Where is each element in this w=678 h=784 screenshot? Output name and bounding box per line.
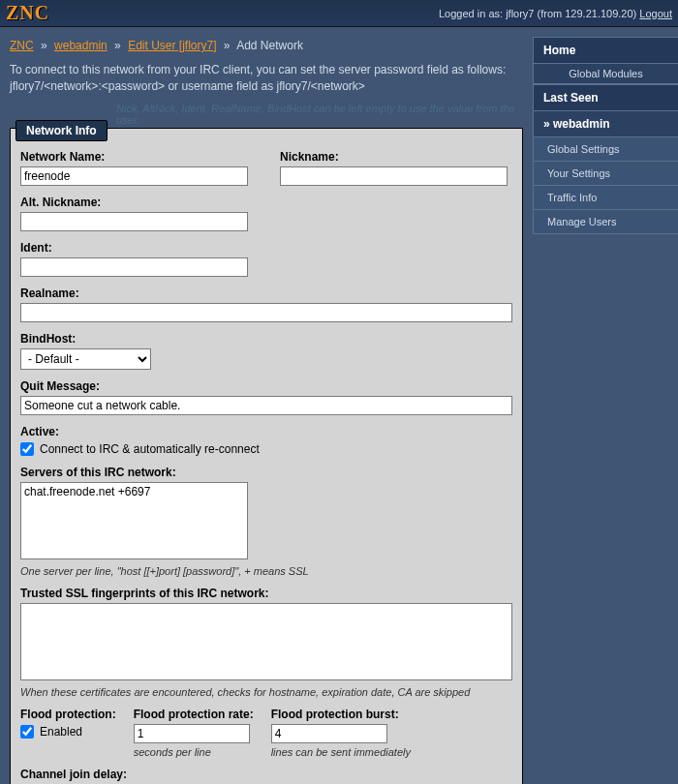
hint-trusted: When these certificates are encountered,… xyxy=(20,686,512,698)
label-ident: Ident: xyxy=(20,241,512,255)
breadcrumb: ZNC » webadmin » Edit User [jflory7] » A… xyxy=(10,39,523,52)
sidebar-item-your-settings[interactable]: Your Settings xyxy=(533,162,678,186)
sidebar-last-seen[interactable]: Last Seen xyxy=(533,84,678,111)
intro-text: To connect to this network from your IRC… xyxy=(10,62,523,95)
logout-link[interactable]: Logout xyxy=(639,8,672,19)
hint-flood-rate: seconds per line xyxy=(134,746,254,758)
label-bindhost: BindHost: xyxy=(20,332,512,346)
nickname-input[interactable] xyxy=(280,166,508,186)
sidebar-item-manage-users[interactable]: Manage Users xyxy=(533,210,678,234)
crumb-current: Add Network xyxy=(236,39,303,52)
label-flood-burst: Flood protection burst: xyxy=(271,708,411,721)
logo: ZNC xyxy=(6,2,49,24)
flood-burst-input[interactable] xyxy=(271,724,387,743)
sidebar: Home Global Modules Last Seen » webadmin… xyxy=(533,37,678,234)
flood-enabled-checkbox[interactable] xyxy=(20,725,34,739)
login-username: jflory7 xyxy=(506,8,534,19)
hint-flood-burst: lines can be sent immediately xyxy=(271,746,411,758)
login-prefix: Logged in as: xyxy=(439,8,506,19)
label-network-name: Network Name: xyxy=(20,150,253,164)
network-name-input[interactable] xyxy=(20,166,248,186)
sidebar-global-modules[interactable]: Global Modules xyxy=(533,64,678,84)
bindhost-select[interactable]: - Default - xyxy=(20,348,151,370)
sidebar-webadmin[interactable]: » webadmin xyxy=(533,111,678,137)
label-flood-prot: Flood protection: xyxy=(20,708,116,721)
crumb-sep: » xyxy=(224,39,231,52)
hint-top: Nick, AltNick, Ident, RealName, BindHost… xyxy=(116,103,523,126)
label-trusted: Trusted SSL fingerprints of this IRC net… xyxy=(20,587,512,600)
label-alt-nick: Alt. Nickname: xyxy=(20,196,512,209)
label-nickname: Nickname: xyxy=(280,150,512,164)
crumb-sep: » xyxy=(114,39,121,52)
label-realname: Realname: xyxy=(20,286,512,300)
label-servers: Servers of this IRC network: xyxy=(20,466,512,479)
sidebar-item-traffic-info[interactable]: Traffic Info xyxy=(533,186,678,210)
flood-rate-input[interactable] xyxy=(134,724,250,743)
label-quit: Quit Message: xyxy=(20,379,512,393)
alt-nick-input[interactable] xyxy=(20,212,248,231)
label-chan-delay: Channel join delay: xyxy=(20,768,512,781)
label-flood-rate: Flood protection rate: xyxy=(134,708,254,721)
active-checkbox-label: Connect to IRC & automatically re-connec… xyxy=(40,442,260,456)
login-info: Logged in as: jflory7 (from 129.21.109.2… xyxy=(439,8,672,19)
trusted-ssl-textarea[interactable] xyxy=(20,603,512,680)
login-ip: 129.21.109.20 xyxy=(565,8,632,19)
sidebar-item-global-settings[interactable]: Global Settings xyxy=(533,137,678,162)
servers-textarea[interactable]: chat.freenode.net +6697 xyxy=(20,482,248,559)
realname-input[interactable] xyxy=(20,303,512,322)
crumb-znc[interactable]: ZNC xyxy=(10,39,34,52)
network-info-fieldset: Network Name: Nickname: Alt. Nickname: I… xyxy=(10,128,523,784)
hint-servers: One server per line, "host [[+]port] [pa… xyxy=(20,565,512,577)
fieldset-legend: Network Info xyxy=(15,120,108,141)
ident-input[interactable] xyxy=(20,257,248,277)
crumb-edit-user[interactable]: Edit User [jflory7] xyxy=(128,39,216,52)
sidebar-home[interactable]: Home xyxy=(533,37,678,64)
quit-message-input[interactable] xyxy=(20,396,512,415)
app-header: ZNC Logged in as: jflory7 (from 129.21.1… xyxy=(0,0,678,27)
flood-enabled-label: Enabled xyxy=(40,725,82,739)
crumb-sep: » xyxy=(41,39,47,52)
crumb-webadmin[interactable]: webadmin xyxy=(54,39,108,52)
label-active: Active: xyxy=(20,425,512,438)
active-checkbox[interactable] xyxy=(20,442,34,456)
login-from-prefix: (from xyxy=(534,8,565,19)
